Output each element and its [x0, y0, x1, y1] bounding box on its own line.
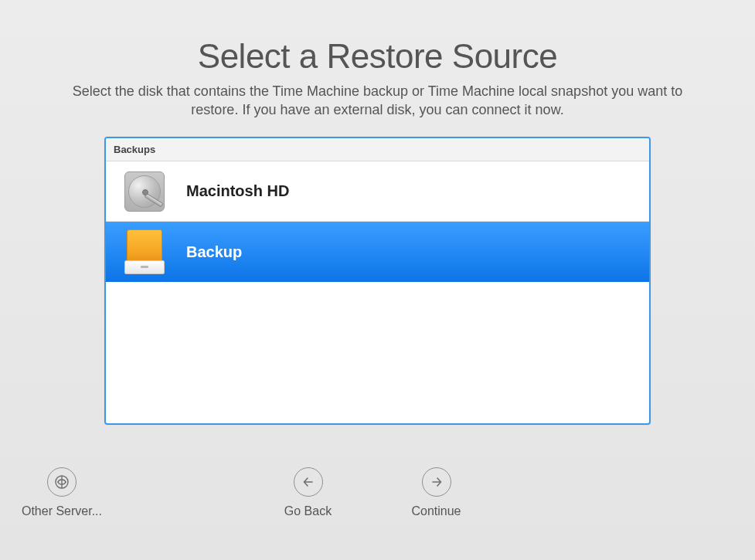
- go-back-button[interactable]: Go Back: [254, 467, 362, 518]
- backup-source-panel: Backups Macintosh HD Backup: [104, 137, 651, 425]
- other-server-label: Other Server...: [8, 504, 116, 518]
- page-subtitle: Select the disk that contains the Time M…: [0, 82, 755, 120]
- arrow-right-icon: [422, 467, 451, 497]
- go-back-label: Go Back: [254, 504, 362, 518]
- network-icon: [47, 467, 77, 497]
- panel-section-label: Backups: [106, 138, 649, 161]
- page-title: Select a Restore Source: [0, 37, 755, 76]
- external-disk-icon: [123, 230, 166, 273]
- source-item-backup[interactable]: Backup: [106, 222, 649, 282]
- other-server-button[interactable]: Other Server...: [8, 467, 116, 518]
- footer-toolbar: Other Server... Go Back Continue: [0, 467, 755, 529]
- continue-button[interactable]: Continue: [383, 467, 491, 518]
- backup-source-list: Macintosh HD Backup: [106, 161, 649, 282]
- arrow-left-icon: [294, 467, 323, 497]
- internal-hdd-icon: [123, 170, 166, 213]
- continue-label: Continue: [383, 504, 491, 518]
- source-item-label: Backup: [186, 243, 242, 261]
- source-item-macintosh-hd[interactable]: Macintosh HD: [106, 161, 649, 222]
- source-item-label: Macintosh HD: [186, 182, 289, 200]
